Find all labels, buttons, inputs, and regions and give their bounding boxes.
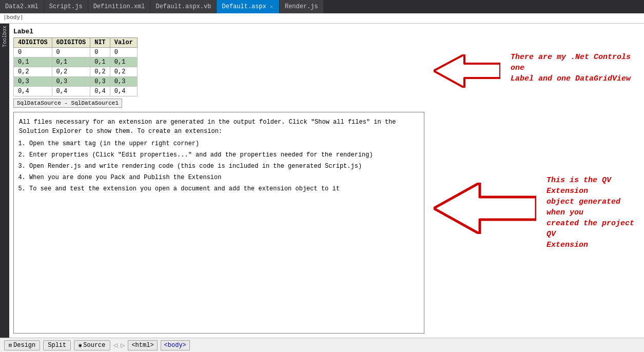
table-row: 0,4 0,4 0,4 0,4 [14, 87, 138, 96]
table-row: 0,1 0,1 0,1 0,1 [14, 57, 138, 67]
table-row: 0,2 0,2 0,2 0,2 [14, 67, 138, 77]
arrow1-container [434, 54, 500, 90]
arrow2-container [434, 183, 536, 236]
status-bar: ⊞ Design Split ◉ Source ◁ ▷ <html> <body… [0, 338, 644, 352]
col-nit: NIT [90, 38, 110, 48]
body-tag[interactable]: <body> [161, 340, 190, 350]
datagrid-table: 4DIGITOS 6DIGITOS NIT Valor 0 0 0 0 0,1 [13, 37, 138, 96]
col-6digitos: 6DIGITOS [52, 38, 90, 48]
html-tag[interactable]: <html> [128, 340, 157, 350]
tab-close-icon[interactable]: ✕ [269, 4, 274, 10]
arrow-left-2-icon [434, 183, 536, 234]
source-button[interactable]: ◉ Source [74, 340, 110, 350]
tab-scriptjs[interactable]: Script.js [44, 0, 88, 13]
label-control: Label [13, 28, 424, 35]
tab-bar: Data2.xml Script.js Definition.xml Defau… [0, 0, 644, 13]
tab-defaultaspxvb[interactable]: Default.aspx.vb [150, 0, 217, 13]
breadcrumb: |body| [0, 13, 644, 24]
tab-defaultaspx[interactable]: Default.aspx ✕ [217, 0, 279, 13]
list-item: When you are done you Pack and Publish t… [29, 173, 419, 182]
table-row: 0,3 0,3 0,3 0,3 [14, 77, 138, 87]
sqldatasource-label: SqlDataSource - SqlDataSource1 [13, 99, 122, 108]
list-item: Open Render.js and write rendering code … [29, 162, 419, 171]
tab-renderjs[interactable]: Render.js [280, 0, 324, 13]
design-button[interactable]: ⊞ Design [4, 340, 40, 350]
split-button[interactable]: Split [43, 340, 71, 350]
tab-data2xml[interactable]: Data2.xml [0, 0, 44, 13]
tab-definitionxml[interactable]: Definition.xml [88, 0, 151, 13]
annotation2-text: This is the QV Extensionobject generated… [547, 175, 636, 250]
svg-marker-0 [434, 54, 500, 88]
divider2: ▷ [121, 341, 125, 349]
design-icon: ⊞ [9, 342, 12, 348]
list-item: To see and test the extension you open a… [29, 184, 419, 193]
design-area: Label 4DIGITOS 6DIGITOS NIT Valor 0 0 0 [9, 24, 428, 338]
svg-marker-1 [434, 183, 536, 234]
toolbox-label: Toolbox [2, 26, 8, 47]
left-toolbar: Toolbox [0, 24, 9, 338]
col-valor: Valor [110, 38, 137, 48]
list-item: Enter properties (Click "Edit properties… [29, 150, 419, 160]
col-4digitos: 4DIGITOS [14, 38, 52, 48]
qv-intro: All files necessary for an extension are… [19, 118, 419, 136]
list-item: Open the smart tag (in the upper right c… [29, 139, 419, 148]
arrow-left-icon [434, 54, 500, 88]
qv-steps: Open the smart tag (in the upper right c… [19, 139, 419, 193]
annotation1-text: There are my .Net Controls oneLabel and … [511, 52, 634, 84]
qv-panel: All files necessary for an extension are… [13, 112, 424, 334]
main-content: Toolbox Label 4DIGITOS 6DIGITOS NIT Valo… [0, 24, 644, 338]
annotation-area: There are my .Net Controls oneLabel and … [428, 24, 644, 338]
source-icon: ◉ [79, 342, 82, 348]
controls-panel: Label 4DIGITOS 6DIGITOS NIT Valor 0 0 0 [9, 24, 428, 112]
table-row: 0 0 0 0 [14, 48, 138, 57]
divider: ◁ [113, 341, 118, 349]
